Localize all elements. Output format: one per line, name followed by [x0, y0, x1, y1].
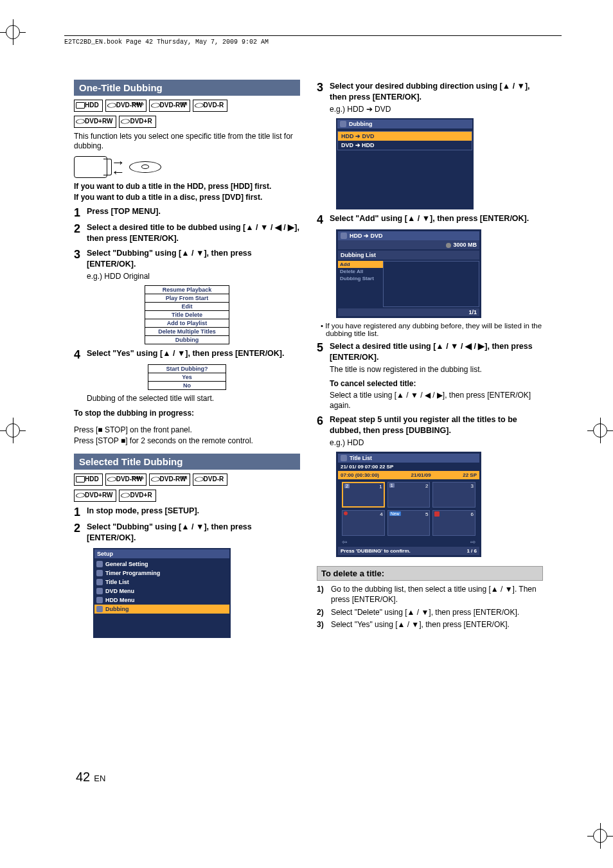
step-number: 4: [317, 213, 330, 226]
note-hdd-first: If you want to dub a title in the HDD, p…: [74, 182, 300, 191]
dubbing-list-empty: [383, 261, 479, 307]
step-number: 2: [74, 222, 87, 244]
disc-icon: [96, 588, 103, 594]
badge-dvd-rw-video: DVD-RWVideo: [105, 100, 147, 112]
book-header: E2TC2BD_EN.book Page 42 Thursday, May 7,…: [64, 35, 562, 46]
hdd-icon: [74, 156, 107, 178]
step-text: In stop mode, press [SETUP].: [87, 506, 300, 518]
section-selected-title-dubbing: Selected Title Dubbing: [74, 454, 300, 470]
title-list-header: Title List: [350, 455, 372, 461]
tl-meta-line1: 21/ 01/ 09 07:00 22 SP: [341, 464, 393, 470]
setup-item: Timer Programming: [94, 569, 229, 578]
registration-mark: [0, 19, 26, 45]
step-number: 1: [74, 206, 87, 218]
title-cell: New5: [387, 510, 431, 536]
prompt-no: No: [148, 382, 226, 389]
step-text: Select "Add" using [▲ / ▼], then press […: [330, 213, 543, 226]
dubbing-list-header: Dubbing List: [338, 251, 479, 260]
setup-item: HDD Menu: [94, 596, 229, 605]
step-text: Repeat step 5 until you register all the…: [330, 414, 543, 448]
media-badges-row-2: DVD+RW DVD+R: [74, 490, 300, 502]
menu-item: Dubbing: [145, 336, 229, 344]
dub-option: DVD ➔ HDD: [338, 141, 472, 150]
stop-line1: Press [■ STOP] on the front panel.: [74, 425, 300, 435]
dubbing-note: • If you have registered any dubbing bef…: [321, 322, 543, 337]
menu-item: Play From Start: [145, 294, 229, 303]
badge-dvd+r: DVD+R: [119, 116, 155, 128]
bidirectional-arrow-icon: →←: [111, 157, 125, 177]
badge-dvd-rw-vr: DVD-RWVR: [149, 474, 190, 486]
dubbing-icon: [341, 233, 347, 239]
prompt-yes: Yes: [148, 373, 226, 382]
start-dubbing-prompt: Start Dubbing? Yes No: [148, 364, 226, 390]
substep-text: Go to the dubbing list, then select a ti…: [331, 585, 543, 605]
delete-title-heading: To delete a title:: [317, 566, 543, 581]
timer-icon: [96, 570, 103, 576]
badge-dvd-r: DVD-R: [193, 474, 228, 486]
badge-dvd-r: DVD-R: [193, 100, 228, 112]
step-text: Select "Yes" using [▲ / ▼], then press […: [87, 348, 300, 360]
dubbing-icon: [96, 606, 103, 612]
registration-mark: [587, 418, 613, 443]
step-number: 3: [317, 81, 330, 114]
setup-menu: Setup General Setting Timer Programming …: [93, 548, 231, 638]
disk-icon: [446, 243, 451, 248]
tl-page-indicator: 1 / 6: [466, 548, 477, 554]
page-number: 42EN: [76, 770, 105, 784]
tl-footer-text: Press 'DUBBING' to confirm.: [341, 548, 411, 554]
menu-item: Resume Playback: [145, 286, 229, 294]
section-one-title-dubbing: One-Title Dubbing: [74, 80, 300, 96]
hdd-disc-illustration: →←: [74, 156, 300, 178]
substep-number: 1): [317, 585, 331, 605]
step-number: 4: [74, 348, 87, 360]
badge-dvd-rw-video: DVD-RWVideo: [105, 474, 147, 486]
step-text: Press [TOP MENU].: [87, 206, 300, 218]
menu-item: Edit: [145, 303, 229, 311]
list-icon: [96, 579, 103, 585]
dubbing-menu-title: Dubbing: [349, 121, 373, 127]
dub-option-selected: HDD ➔ DVD: [338, 132, 472, 141]
function-intro: This function lets you select one specif…: [74, 132, 300, 151]
title-cell: 6: [432, 510, 475, 536]
note-dvd-first: If you want to dub a title in a disc, pr…: [74, 193, 300, 202]
step-text: Select a desired title to be dubbed usin…: [87, 222, 300, 244]
setup-item-selected: Dubbing: [94, 605, 229, 614]
badge-hdd: HDD: [74, 100, 103, 112]
registration-mark: [587, 823, 613, 849]
step-text: Select "Dubbing" using [▲ / ▼], then pre…: [87, 248, 300, 281]
title-list-screen: Title List 21/ 01/ 09 07:00 22 SP 07:00 …: [336, 452, 481, 557]
step-text: Select a desired title using [▲ / ▼ / ◀ …: [330, 341, 543, 411]
stop-line2: Press [STOP ■] for 2 seconds on the remo…: [74, 436, 300, 446]
left-arrow-icon: ⇦: [342, 538, 347, 545]
step-number: 3: [74, 248, 87, 281]
substep-text: Select "Delete" using [▲ / ▼], then pres…: [331, 608, 543, 618]
dubbing-list-screen: HDD ➔ DVD 3000 MB Dubbing List Add Delet…: [336, 229, 481, 318]
hdd-icon: [96, 597, 103, 603]
disc-icon: [129, 161, 161, 173]
menu-item: Title Delete: [145, 311, 229, 319]
menu-item: Add to Playlist: [145, 319, 229, 328]
registration-mark: [0, 418, 26, 443]
right-arrow-icon: ⇨: [470, 538, 475, 545]
menu-item: Delete Multiple Titles: [145, 328, 229, 336]
badge-dvd+rw: DVD+RW: [74, 116, 116, 128]
badge-dvd-rw-vr: DVD-RWVR: [149, 100, 190, 112]
badge-hdd: HDD: [74, 474, 103, 486]
media-badges-row: HDD DVD-RWVideo DVD-RWVR DVD-R: [74, 474, 300, 486]
step-number: 5: [317, 341, 330, 411]
substep-text: Select "Yes" using [▲ / ▼], then press […: [331, 620, 543, 630]
list-icon: [341, 455, 347, 461]
dubbing-left-add: Add: [338, 261, 383, 268]
badge-dvd+r: DVD+R: [119, 490, 155, 502]
substep-number: 3): [317, 620, 331, 630]
setup-item: General Setting: [94, 560, 229, 569]
step-number: 6: [317, 414, 330, 448]
title-cell: 4: [342, 510, 385, 536]
tl-meta-time: 07:00 (00:30:00): [341, 472, 379, 478]
capacity-indicator: 3000 MB: [338, 240, 479, 249]
dubbing-icon: [340, 121, 346, 127]
dubbing-list-title: HDD ➔ DVD: [350, 233, 383, 239]
tl-meta-date: 21/01/09: [411, 472, 431, 478]
hdd-original-menu: Resume Playback Play From Start Edit Tit…: [145, 285, 229, 344]
after-step4: Dubbing of the selected title will start…: [87, 394, 300, 403]
